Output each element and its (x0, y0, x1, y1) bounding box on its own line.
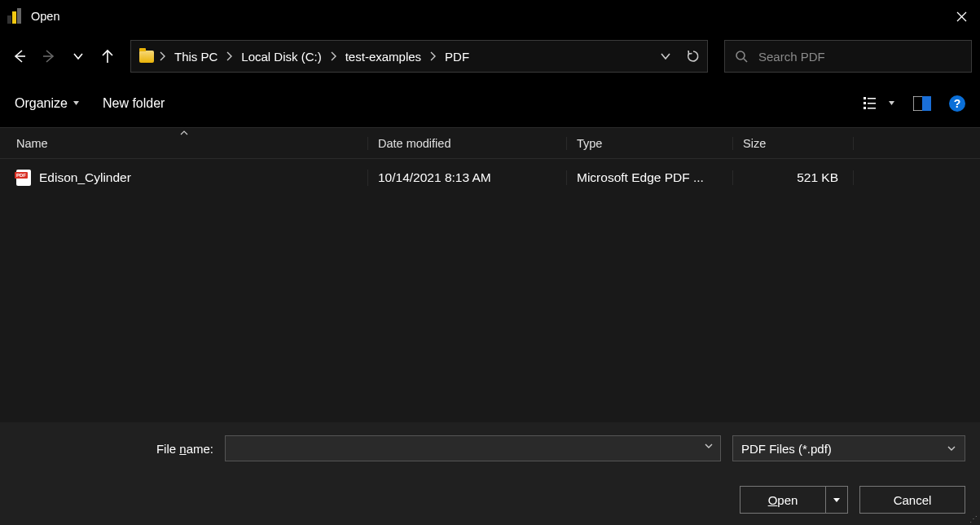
column-size-label: Size (743, 137, 766, 150)
svg-rect-10 (864, 97, 866, 99)
address-dropdown-button[interactable] (660, 51, 671, 62)
file-date: 10/14/2021 8:13 AM (378, 170, 491, 185)
search-input[interactable] (758, 50, 961, 64)
open-dropdown-button[interactable] (825, 486, 848, 514)
arrow-right-icon (41, 48, 57, 64)
caret-down-icon (833, 496, 841, 504)
back-button[interactable] (8, 45, 31, 68)
file-filter-value: PDF Files (*.pdf) (741, 442, 832, 456)
column-name-label: Name (16, 137, 48, 150)
chevron-right-icon (429, 51, 437, 61)
svg-line-9 (744, 59, 747, 62)
filename-label-mnemonic: n (179, 442, 186, 456)
filename-input[interactable] (225, 435, 721, 461)
cancel-label: Cancel (894, 493, 932, 507)
caret-down-icon (73, 99, 80, 107)
column-headers: Name Date modified Type Size (0, 128, 980, 159)
sort-ascending-icon (180, 130, 188, 135)
open-button-group: Open (740, 486, 848, 514)
svg-rect-17 (922, 96, 931, 111)
svg-rect-11 (868, 98, 876, 99)
file-name: Edison_Cylinder (39, 170, 131, 185)
open-label-mnemonic: O (768, 493, 778, 507)
svg-rect-1 (12, 11, 16, 24)
file-filter-select[interactable]: PDF Files (*.pdf) (732, 435, 965, 461)
file-size: 521 KB (797, 170, 838, 185)
column-date-label: Date modified (378, 137, 450, 150)
close-button[interactable] (943, 0, 980, 33)
toolbar: Organize New folder ? (0, 80, 980, 127)
file-type: Microsoft Edge PDF ... (577, 170, 704, 185)
address-bar[interactable]: This PC Local Disk (C:) test-examples PD… (130, 40, 708, 73)
new-folder-button[interactable]: New folder (103, 96, 165, 111)
app-icon (7, 8, 23, 24)
breadcrumb-item[interactable]: PDF (442, 50, 472, 64)
column-header-date[interactable]: Date modified (368, 137, 567, 150)
arrow-left-icon (11, 48, 28, 64)
open-button[interactable]: Open (740, 486, 826, 514)
refresh-icon (686, 49, 701, 64)
file-list: Name Date modified Type Size Edison_Cyli… (0, 127, 980, 422)
chevron-right-icon (159, 51, 166, 61)
recent-locations-button[interactable] (67, 45, 90, 68)
filename-label-pre: File (156, 442, 179, 456)
footer: File name: PDF Files (*.pdf) Open (0, 422, 980, 525)
close-icon (956, 11, 967, 22)
help-button[interactable]: ? (949, 95, 965, 112)
caret-down-icon (888, 99, 895, 107)
svg-rect-2 (17, 8, 21, 24)
window-title: Open (31, 10, 59, 23)
svg-point-8 (736, 51, 745, 60)
up-button[interactable] (96, 45, 119, 68)
chevron-right-icon (226, 51, 233, 61)
column-header-type[interactable]: Type (567, 137, 733, 150)
filename-dropdown-button[interactable] (704, 441, 714, 451)
filename-label: File name: (15, 442, 213, 456)
preview-pane-button[interactable] (913, 96, 931, 111)
details-view-icon (864, 96, 881, 111)
preview-pane-icon (913, 96, 931, 111)
breadcrumb-item[interactable]: This PC (171, 50, 221, 64)
view-options-button[interactable] (864, 96, 895, 111)
arrow-up-icon (99, 48, 116, 64)
open-label-post: pen (777, 493, 798, 507)
breadcrumb-item[interactable]: test-examples (342, 50, 424, 64)
forward-button[interactable] (37, 45, 60, 68)
chevron-down-icon (660, 51, 671, 62)
svg-rect-15 (868, 108, 876, 109)
resize-grip[interactable]: ⋰ (969, 514, 978, 523)
filename-label-post: ame: (187, 442, 213, 456)
file-row[interactable]: Edison_Cylinder 10/14/2021 8:13 AM Micro… (0, 159, 980, 196)
cancel-button[interactable]: Cancel (859, 486, 965, 514)
svg-rect-12 (864, 102, 866, 104)
chevron-down-icon (73, 51, 84, 62)
organize-label: Organize (15, 96, 68, 111)
organize-button[interactable]: Organize (15, 96, 80, 111)
svg-rect-0 (7, 15, 11, 24)
column-header-name[interactable]: Name (0, 137, 368, 150)
chevron-down-icon (704, 441, 714, 451)
column-header-size[interactable]: Size (733, 137, 854, 150)
breadcrumb-item[interactable]: Local Disk (C:) (238, 50, 324, 64)
pdf-file-icon (16, 170, 31, 186)
chevron-right-icon (330, 51, 337, 61)
title-bar: Open (0, 0, 980, 33)
nav-row: This PC Local Disk (C:) test-examples PD… (0, 33, 980, 80)
chevron-down-icon (947, 443, 956, 453)
new-folder-label: New folder (103, 96, 165, 111)
search-box[interactable] (724, 40, 972, 73)
folder-icon (139, 51, 154, 63)
refresh-button[interactable] (686, 49, 701, 64)
svg-rect-13 (868, 103, 876, 104)
svg-rect-14 (864, 107, 866, 109)
help-label: ? (954, 97, 961, 110)
column-type-label: Type (577, 137, 602, 150)
search-icon (735, 50, 749, 64)
